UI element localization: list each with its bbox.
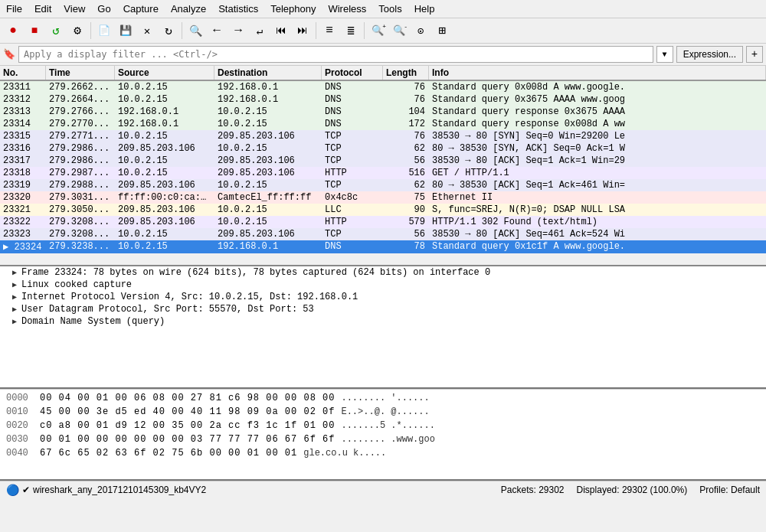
col-header-info[interactable]: Info <box>429 66 766 80</box>
menu-wireless[interactable]: Wireless <box>322 2 372 16</box>
resize-columns-button[interactable]: ⊞ <box>432 21 452 41</box>
table-row[interactable]: 23323 279.3208... 10.0.2.15 209.85.203.1… <box>0 228 766 240</box>
col-header-no[interactable]: No. <box>0 66 46 80</box>
cell-len: 516 <box>383 167 429 179</box>
table-row[interactable]: 23319 279.2988... 209.85.203.106 10.0.2.… <box>0 179 766 191</box>
cell-time: 279.2986... <box>46 142 115 155</box>
table-row[interactable]: 23311 279.2662... 10.0.2.15 192.168.0.1 … <box>0 81 766 93</box>
capture-options-button[interactable]: ⚙ <box>67 21 87 41</box>
table-row[interactable]: 23312 279.2664... 10.0.2.15 192.168.0.1 … <box>0 93 766 106</box>
detail-item[interactable]: Internet Protocol Version 4, Src: 10.0.2… <box>0 291 766 303</box>
table-row[interactable]: 23318 279.2987... 10.0.2.15 209.85.203.1… <box>0 167 766 179</box>
cell-time: 279.2770... <box>46 118 115 130</box>
cell-info: 38530 → 80 [SYN] Seq=0 Win=29200 Le <box>429 130 766 142</box>
table-row[interactable]: 23317 279.2986... 10.0.2.15 209.85.203.1… <box>0 155 766 167</box>
col-header-time[interactable]: Time <box>46 66 115 80</box>
expression-button[interactable]: Expression... <box>676 46 743 63</box>
cell-len: 172 <box>383 118 429 130</box>
cell-len: 104 <box>383 106 429 118</box>
first-packet-button[interactable]: ⏮ <box>271 21 291 41</box>
hex-bytes: c0 a8 00 01 d9 12 00 35 00 2a cc f3 1c 1… <box>40 419 335 432</box>
detail-item[interactable]: User Datagram Protocol, Src Port: 55570,… <box>0 303 766 315</box>
table-row[interactable]: 23321 279.3050... 209.85.203.106 10.0.2.… <box>0 204 766 216</box>
cell-dst: 10.0.2.15 <box>214 216 322 228</box>
close-capture-button[interactable]: ✕ <box>137 21 157 41</box>
filter-icon: 🔖 <box>3 48 15 60</box>
back-button[interactable]: ← <box>207 21 227 41</box>
separator-3 <box>316 22 316 39</box>
last-packet-button[interactable]: ⏭ <box>293 21 313 41</box>
cell-no: 23311 <box>0 81 46 93</box>
toolbar: ● ■ ↺ ⚙ 📄 💾 ✕ ↻ 🔍 ← → ↵ ⏮ ⏭ ≡ ≣ 🔍+ 🔍- ⊙ … <box>0 18 766 44</box>
menu-go[interactable]: Go <box>91 2 116 16</box>
col-header-proto[interactable]: Protocol <box>322 66 383 80</box>
hex-ascii: E..>..@. @...... <box>341 405 429 419</box>
cell-no: 23313 <box>0 106 46 118</box>
cell-proto: TCP <box>322 142 383 155</box>
cell-len: 56 <box>383 155 429 167</box>
goto-button[interactable]: ↵ <box>250 21 270 41</box>
packet-list: 23311 279.2662... 10.0.2.15 192.168.0.1 … <box>0 81 766 265</box>
hex-bytes: 00 04 00 01 00 06 08 00 27 81 c6 98 00 0… <box>40 391 335 405</box>
detail-item[interactable]: Frame 23324: 78 bytes on wire (624 bits)… <box>0 266 766 279</box>
cell-no: 23312 <box>0 93 46 106</box>
table-row[interactable]: ▶ 23324 279.3238... 10.0.2.15 192.168.0.… <box>0 240 766 253</box>
menu-help[interactable]: Help <box>408 2 441 16</box>
cell-proto: HTTP <box>322 167 383 179</box>
save-button[interactable]: 💾 <box>116 21 136 41</box>
detail-item[interactable]: Domain Name System (query) <box>0 315 766 328</box>
menu-tools[interactable]: Tools <box>372 2 408 16</box>
zoom-in-button[interactable]: 🔍+ <box>368 21 388 41</box>
hex-row: 0030 00 01 00 00 00 00 00 00 03 77 77 77… <box>6 432 760 446</box>
autoscroll-button[interactable]: ≣ <box>341 21 361 41</box>
cell-no: 23315 <box>0 130 46 142</box>
open-button[interactable]: 📄 <box>94 21 114 41</box>
table-row[interactable]: 23322 279.3208... 209.85.203.106 10.0.2.… <box>0 216 766 228</box>
table-row[interactable]: 23313 279.2766... 192.168.0.1 10.0.2.15 … <box>0 106 766 118</box>
menu-file[interactable]: File <box>0 2 28 16</box>
menu-analyze[interactable]: Analyze <box>165 2 212 16</box>
table-row[interactable]: 23320 279.3031... ff:ff:00:c0:ca:95 Camt… <box>0 191 766 204</box>
cell-no: 23317 <box>0 155 46 167</box>
reload-button[interactable]: ↻ <box>159 21 178 41</box>
zoom-out-button[interactable]: 🔍- <box>389 21 409 41</box>
zoom-reset-button[interactable]: ⊙ <box>411 21 430 41</box>
table-row[interactable]: 23314 279.2770... 192.168.0.1 10.0.2.15 … <box>0 118 766 130</box>
filter-dropdown-button[interactable]: ▼ <box>656 46 673 63</box>
hex-row: 0010 45 00 00 3e d5 ed 40 00 40 11 98 09… <box>6 405 760 419</box>
display-filter-input[interactable] <box>18 46 653 63</box>
col-header-len[interactable]: Length <box>383 66 429 80</box>
stop-capture-button[interactable]: ■ <box>25 21 44 41</box>
cell-no: 23323 <box>0 228 46 240</box>
cell-len: 75 <box>383 191 429 204</box>
menu-statistics[interactable]: Statistics <box>212 2 264 16</box>
table-row[interactable]: 23315 279.2771... 10.0.2.15 209.85.203.1… <box>0 130 766 142</box>
menu-telephony[interactable]: Telephony <box>264 2 322 16</box>
hex-row: 0020 c0 a8 00 01 d9 12 00 35 00 2a cc f3… <box>6 419 760 432</box>
cell-no: 23319 <box>0 179 46 191</box>
cell-info: HTTP/1.1 302 Found (text/html) <box>429 216 766 228</box>
add-filter-button[interactable]: + <box>746 46 763 63</box>
hex-dump: 0000 00 04 00 01 00 06 08 00 27 81 c6 98… <box>0 389 766 462</box>
col-header-dest[interactable]: Destination <box>214 66 322 80</box>
colorize-button[interactable]: ≡ <box>319 21 339 41</box>
cell-time: 279.2986... <box>46 155 115 167</box>
restart-capture-button[interactable]: ↺ <box>46 21 66 41</box>
menu-capture[interactable]: Capture <box>117 2 165 16</box>
find-button[interactable]: 🔍 <box>185 21 205 41</box>
forward-button[interactable]: → <box>228 21 248 41</box>
cell-info: S, func=SREJ, N(R)=0; DSAP NULL LSA <box>429 204 766 216</box>
detail-item[interactable]: Linux cooked capture <box>0 279 766 291</box>
cell-src: 209.85.203.106 <box>115 204 214 216</box>
hex-dump-panel: 0000 00 04 00 01 00 06 08 00 27 81 c6 98… <box>0 389 766 481</box>
col-header-source[interactable]: Source <box>115 66 214 80</box>
cell-time: 279.2766... <box>46 106 115 118</box>
menu-view[interactable]: View <box>57 2 91 16</box>
table-row[interactable]: 23316 279.2986... 209.85.203.106 10.0.2.… <box>0 142 766 155</box>
cell-info: Standard query response 0x008d A ww <box>429 118 766 130</box>
checkmark-icon: ✔ <box>22 485 30 495</box>
cell-proto: TCP <box>322 155 383 167</box>
cell-no: 23318 <box>0 167 46 179</box>
menu-edit[interactable]: Edit <box>28 2 57 16</box>
start-capture-button[interactable]: ● <box>3 21 23 41</box>
